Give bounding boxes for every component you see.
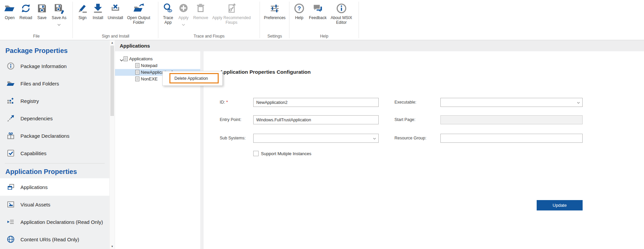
tree-node-label: Notepad (141, 63, 157, 68)
preferences-icon (269, 2, 280, 14)
capabilities-icon (7, 149, 15, 157)
dependencies-icon (7, 114, 15, 122)
sidebar-item-label: Files and Folders (20, 81, 59, 86)
save-icon (36, 2, 48, 14)
save-as-button[interactable]: Save As (50, 2, 68, 27)
apply-recommended-fixups-icon (226, 2, 237, 14)
save-as-icon (53, 2, 65, 14)
sidebar-item-label: Package Information (20, 63, 67, 69)
svg-text:?: ? (298, 5, 301, 12)
resource-group-label: Resource Group: (394, 134, 426, 143)
sidebar-item-label: Visual Assets (20, 202, 50, 207)
applications-icon (7, 183, 15, 191)
update-button[interactable]: Update (537, 200, 583, 210)
sidebar-item-dependencies[interactable]: Dependencies (0, 110, 109, 127)
sidebar-item-package-information[interactable]: Package Information (0, 57, 109, 75)
feedback-icon (312, 2, 323, 14)
scrollbar-up-arrow[interactable]: ▲ (110, 40, 115, 45)
vertical-scrollbar[interactable]: ▲ ▼ (109, 40, 115, 249)
feedback-button[interactable]: Feedback (307, 2, 329, 20)
remove-icon (195, 2, 206, 14)
id-input[interactable] (253, 98, 379, 107)
ribbon-group-file: Open Reload Save Save As File (0, 0, 73, 40)
delete-application-menu-item[interactable]: Delete Application (169, 73, 219, 83)
content-header: Applications (115, 40, 644, 51)
sidebar-item-package-declarations[interactable]: Package Declarations (0, 127, 109, 144)
executable-combobox[interactable] (440, 98, 583, 107)
sidebar-item-applications[interactable]: Applications (0, 178, 109, 196)
sidebar: Package Properties Package Information F… (0, 40, 109, 249)
sidebar-item-files-and-folders[interactable]: Files and Folders (0, 75, 109, 92)
chevron-down-icon (577, 102, 580, 104)
apply-recommended-fixups-button[interactable]: Apply RecommendedFixups (210, 2, 253, 25)
panel-title: Applications (120, 43, 150, 49)
sidebar-item-capabilities[interactable]: Capabilities (0, 144, 109, 162)
tree-root-applications[interactable]: Applications (115, 56, 200, 62)
folder-icon (7, 79, 15, 87)
help-button[interactable]: ? Help (291, 2, 307, 20)
preferences-button[interactable]: Preferences (262, 2, 288, 20)
globe-icon (7, 235, 15, 243)
sidebar-section-title-application-properties: Application Properties (0, 164, 109, 178)
sub-systems-label: Sub Systems: (220, 134, 246, 143)
tree-node-label: NonEXE (141, 76, 158, 82)
reload-button[interactable]: Reload (17, 2, 34, 20)
chevron-down-icon[interactable] (120, 58, 123, 63)
open-output-folder-button[interactable]: Open OutputFolder (125, 2, 152, 25)
reload-icon (20, 2, 32, 14)
visual-assets-icon (7, 200, 15, 208)
open-icon (4, 2, 15, 14)
apply-icon (178, 2, 189, 14)
required-mark: * (226, 100, 228, 105)
package-declarations-icon (7, 132, 15, 140)
sidebar-item-application-declarations[interactable]: Application Declarations (Read Only) (0, 213, 109, 231)
resource-group-input[interactable] (440, 134, 583, 143)
scrollbar-thumb[interactable] (110, 46, 114, 116)
sidebar-item-registry[interactable]: Registry (0, 92, 109, 110)
scrollbar-down-arrow[interactable]: ▼ (110, 244, 115, 249)
chevron-down-icon (57, 21, 61, 27)
support-multiple-instances-checkbox[interactable] (253, 151, 259, 156)
form-heading: Application Properties Configuration (220, 69, 311, 75)
sub-systems-combobox[interactable] (253, 134, 379, 143)
application-properties-form: Application Properties Configuration ID:… (204, 51, 644, 249)
tree-item-notepad[interactable]: Notepad (115, 62, 200, 69)
remove-button[interactable]: Remove (191, 2, 210, 20)
sidebar-item-content-uris[interactable]: Content URIs (Read Only) (0, 231, 109, 248)
sidebar-item-label: Package Declarations (20, 133, 69, 139)
help-icon: ? (293, 2, 305, 14)
ribbon-group-help: ? Help Feedback About MSIXEditor Help (289, 0, 359, 40)
ribbon-group-label-help: Help (289, 34, 359, 39)
ribbon-group-trace-and-fixups: TraceApp Apply Remove Apply RecommendedF… (158, 0, 260, 40)
sidebar-item-visual-assets[interactable]: Visual Assets (0, 196, 109, 213)
trace-app-icon (162, 2, 174, 14)
sidebar-item-label: Applications (20, 184, 48, 190)
sidebar-item-label: Capabilities (20, 150, 47, 156)
uninstall-button[interactable]: Uninstall (106, 2, 125, 20)
ribbon-group-sign-and-install: Sign Install Uninstall Open OutputFolder… (73, 0, 158, 40)
start-page-label: Start Page: (394, 115, 416, 124)
save-button[interactable]: Save (34, 2, 50, 20)
sidebar-item-label: Dependencies (20, 116, 53, 121)
about-info-icon (336, 2, 347, 14)
tree-node-label: Applications (129, 56, 153, 62)
chevron-down-icon (182, 21, 185, 27)
sign-button[interactable]: Sign (75, 2, 90, 20)
ribbon-group-label-settings: Settings (260, 34, 289, 39)
chevron-down-icon (373, 138, 376, 140)
install-button[interactable]: Install (90, 2, 106, 20)
registry-icon (7, 97, 15, 105)
document-icon (135, 63, 140, 69)
info-icon (7, 62, 15, 70)
document-icon (123, 56, 128, 62)
about-msix-editor-button[interactable]: About MSIXEditor (329, 2, 354, 25)
start-page-input (440, 115, 583, 124)
trace-app-button[interactable]: TraceApp (160, 2, 176, 25)
sidebar-section-title-package-properties: Package Properties (0, 40, 109, 57)
apply-button[interactable]: Apply (176, 2, 191, 27)
open-button[interactable]: Open (2, 2, 17, 20)
uninstall-icon (110, 2, 121, 14)
entry-point-input[interactable] (253, 115, 379, 124)
ribbon-empty-space (359, 0, 644, 40)
sidebar-item-label: Application Declarations (Read Only) (20, 219, 103, 225)
